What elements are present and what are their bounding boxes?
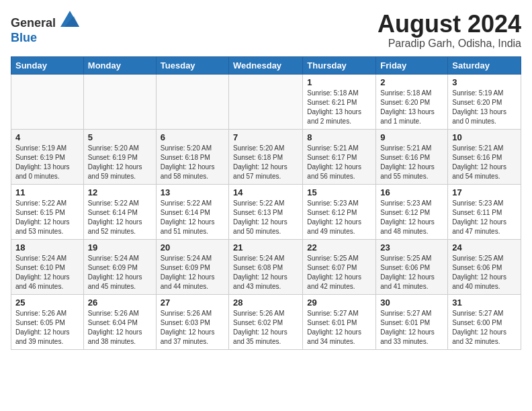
column-header-sunday: Sunday [11, 56, 84, 74]
calendar-week-3: 11Sunrise: 5:22 AM Sunset: 6:15 PM Dayli… [11, 184, 521, 239]
day-number: 1 [307, 77, 371, 87]
day-info: Sunrise: 5:26 AM Sunset: 6:04 PM Dayligh… [88, 309, 152, 347]
title-area: August 2024 Paradip Garh, Odisha, India [378, 11, 521, 50]
calendar-cell: 14Sunrise: 5:22 AM Sunset: 6:13 PM Dayli… [229, 184, 303, 239]
day-info: Sunrise: 5:25 AM Sunset: 6:06 PM Dayligh… [380, 254, 443, 291]
calendar-cell: 2Sunrise: 5:18 AM Sunset: 6:20 PM Daylig… [376, 74, 448, 129]
calendar-cell: 26Sunrise: 5:26 AM Sunset: 6:04 PM Dayli… [83, 294, 156, 349]
calendar-cell: 15Sunrise: 5:23 AM Sunset: 6:12 PM Dayli… [303, 184, 376, 239]
calendar-cell: 13Sunrise: 5:22 AM Sunset: 6:14 PM Dayli… [156, 184, 228, 239]
calendar-cell: 5Sunrise: 5:20 AM Sunset: 6:19 PM Daylig… [83, 129, 156, 184]
day-info: Sunrise: 5:20 AM Sunset: 6:18 PM Dayligh… [161, 144, 224, 181]
day-info: Sunrise: 5:27 AM Sunset: 6:01 PM Dayligh… [380, 309, 443, 347]
day-info: Sunrise: 5:19 AM Sunset: 6:20 PM Dayligh… [452, 89, 517, 126]
day-number: 23 [380, 242, 443, 253]
calendar-cell: 7Sunrise: 5:20 AM Sunset: 6:18 PM Daylig… [229, 129, 303, 184]
day-info: Sunrise: 5:25 AM Sunset: 6:07 PM Dayligh… [307, 254, 371, 291]
day-number: 30 [380, 298, 443, 308]
calendar-cell: 3Sunrise: 5:19 AM Sunset: 6:20 PM Daylig… [448, 74, 521, 129]
calendar-table: SundayMondayTuesdayWednesdayThursdayFrid… [11, 56, 521, 350]
day-info: Sunrise: 5:20 AM Sunset: 6:19 PM Dayligh… [88, 144, 152, 181]
day-info: Sunrise: 5:27 AM Sunset: 6:01 PM Dayligh… [307, 309, 371, 347]
calendar-title: August 2024 [378, 11, 521, 38]
column-header-tuesday: Tuesday [156, 56, 228, 74]
day-info: Sunrise: 5:27 AM Sunset: 6:00 PM Dayligh… [452, 309, 517, 347]
calendar-cell: 23Sunrise: 5:25 AM Sunset: 6:06 PM Dayli… [376, 239, 448, 294]
calendar-subtitle: Paradip Garh, Odisha, India [378, 38, 521, 50]
day-number: 13 [161, 187, 224, 197]
day-number: 20 [161, 242, 224, 253]
day-number: 18 [15, 242, 79, 253]
day-number: 21 [233, 242, 298, 253]
calendar-header-row: SundayMondayTuesdayWednesdayThursdayFrid… [11, 56, 521, 74]
column-header-saturday: Saturday [448, 56, 521, 74]
calendar-cell: 9Sunrise: 5:21 AM Sunset: 6:16 PM Daylig… [376, 129, 448, 184]
logo: General Blue [11, 11, 79, 45]
day-number: 27 [161, 298, 224, 308]
day-number: 28 [233, 298, 298, 308]
day-info: Sunrise: 5:19 AM Sunset: 6:19 PM Dayligh… [15, 144, 79, 181]
day-info: Sunrise: 5:23 AM Sunset: 6:12 PM Dayligh… [380, 199, 443, 236]
day-number: 31 [452, 298, 517, 308]
header: General Blue August 2024 Paradip Garh, O… [11, 11, 521, 50]
calendar-cell: 31Sunrise: 5:27 AM Sunset: 6:00 PM Dayli… [448, 294, 521, 349]
day-number: 8 [307, 132, 371, 142]
day-info: Sunrise: 5:23 AM Sunset: 6:12 PM Dayligh… [307, 199, 371, 236]
day-info: Sunrise: 5:21 AM Sunset: 6:16 PM Dayligh… [380, 144, 443, 181]
calendar-week-5: 25Sunrise: 5:26 AM Sunset: 6:05 PM Dayli… [11, 294, 521, 349]
calendar-cell: 6Sunrise: 5:20 AM Sunset: 6:18 PM Daylig… [156, 129, 228, 184]
day-info: Sunrise: 5:18 AM Sunset: 6:20 PM Dayligh… [380, 89, 443, 126]
column-header-monday: Monday [83, 56, 156, 74]
day-number: 7 [233, 132, 298, 142]
day-number: 9 [380, 132, 443, 142]
column-header-friday: Friday [376, 56, 448, 74]
calendar-cell: 10Sunrise: 5:21 AM Sunset: 6:16 PM Dayli… [448, 129, 521, 184]
day-info: Sunrise: 5:26 AM Sunset: 6:05 PM Dayligh… [15, 309, 79, 347]
calendar-cell: 30Sunrise: 5:27 AM Sunset: 6:01 PM Dayli… [376, 294, 448, 349]
day-info: Sunrise: 5:24 AM Sunset: 6:09 PM Dayligh… [161, 254, 224, 291]
day-number: 4 [15, 132, 79, 142]
day-info: Sunrise: 5:24 AM Sunset: 6:09 PM Dayligh… [88, 254, 152, 291]
column-header-thursday: Thursday [303, 56, 376, 74]
calendar-cell: 18Sunrise: 5:24 AM Sunset: 6:10 PM Dayli… [11, 239, 84, 294]
calendar-cell: 22Sunrise: 5:25 AM Sunset: 6:07 PM Dayli… [303, 239, 376, 294]
calendar-cell [229, 74, 303, 129]
day-info: Sunrise: 5:22 AM Sunset: 6:15 PM Dayligh… [15, 199, 79, 236]
calendar-cell: 19Sunrise: 5:24 AM Sunset: 6:09 PM Dayli… [83, 239, 156, 294]
calendar-cell [11, 74, 84, 129]
day-number: 3 [452, 77, 517, 87]
day-info: Sunrise: 5:20 AM Sunset: 6:18 PM Dayligh… [233, 144, 298, 181]
day-info: Sunrise: 5:26 AM Sunset: 6:03 PM Dayligh… [161, 309, 224, 347]
day-number: 12 [88, 187, 152, 197]
calendar-cell: 4Sunrise: 5:19 AM Sunset: 6:19 PM Daylig… [11, 129, 84, 184]
day-number: 15 [307, 187, 371, 197]
logo-general: General [11, 16, 56, 30]
calendar-cell: 28Sunrise: 5:26 AM Sunset: 6:02 PM Dayli… [229, 294, 303, 349]
day-info: Sunrise: 5:26 AM Sunset: 6:02 PM Dayligh… [233, 309, 298, 347]
calendar-week-4: 18Sunrise: 5:24 AM Sunset: 6:10 PM Dayli… [11, 239, 521, 294]
day-info: Sunrise: 5:22 AM Sunset: 6:14 PM Dayligh… [161, 199, 224, 236]
calendar-week-2: 4Sunrise: 5:19 AM Sunset: 6:19 PM Daylig… [11, 129, 521, 184]
day-info: Sunrise: 5:22 AM Sunset: 6:14 PM Dayligh… [88, 199, 152, 236]
calendar-cell [156, 74, 228, 129]
calendar-cell: 17Sunrise: 5:23 AM Sunset: 6:11 PM Dayli… [448, 184, 521, 239]
day-number: 11 [15, 187, 79, 197]
day-info: Sunrise: 5:24 AM Sunset: 6:08 PM Dayligh… [233, 254, 298, 291]
day-info: Sunrise: 5:23 AM Sunset: 6:11 PM Dayligh… [452, 199, 517, 236]
day-info: Sunrise: 5:18 AM Sunset: 6:21 PM Dayligh… [307, 89, 371, 126]
day-number: 19 [88, 242, 152, 253]
calendar-cell: 11Sunrise: 5:22 AM Sunset: 6:15 PM Dayli… [11, 184, 84, 239]
day-number: 29 [307, 298, 371, 308]
day-number: 16 [380, 187, 443, 197]
calendar-cell [83, 74, 156, 129]
calendar-cell: 16Sunrise: 5:23 AM Sunset: 6:12 PM Dayli… [376, 184, 448, 239]
day-number: 24 [452, 242, 517, 253]
day-number: 10 [452, 132, 517, 142]
calendar-cell: 1Sunrise: 5:18 AM Sunset: 6:21 PM Daylig… [303, 74, 376, 129]
day-info: Sunrise: 5:22 AM Sunset: 6:13 PM Dayligh… [233, 199, 298, 236]
calendar-cell: 21Sunrise: 5:24 AM Sunset: 6:08 PM Dayli… [229, 239, 303, 294]
day-info: Sunrise: 5:24 AM Sunset: 6:10 PM Dayligh… [15, 254, 79, 291]
column-header-wednesday: Wednesday [229, 56, 303, 74]
calendar-cell: 24Sunrise: 5:25 AM Sunset: 6:06 PM Dayli… [448, 239, 521, 294]
calendar-cell: 29Sunrise: 5:27 AM Sunset: 6:01 PM Dayli… [303, 294, 376, 349]
